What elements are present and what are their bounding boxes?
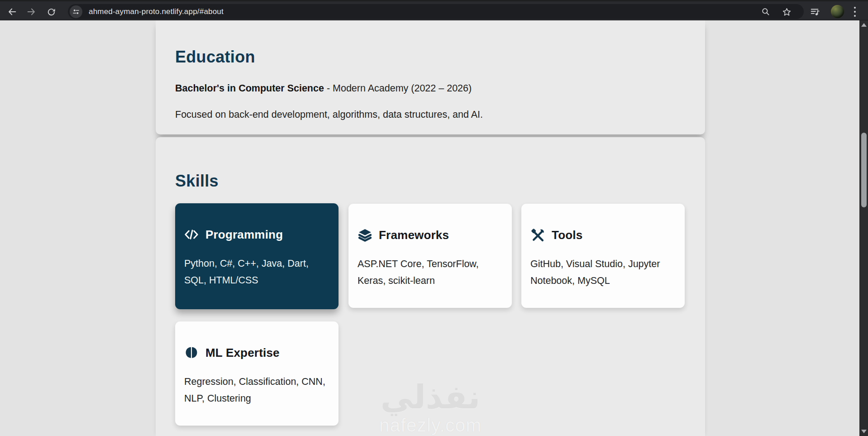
skill-card-title: Programming [205, 228, 283, 242]
zoom-search-icon [761, 7, 770, 16]
media-controls-button[interactable] [808, 5, 822, 19]
brain-icon [184, 345, 199, 360]
site-settings-button[interactable] [70, 5, 82, 18]
scrollbar-thumb[interactable] [861, 133, 867, 207]
education-degree-line: Bachelor's in Computer Science - Modern … [175, 83, 472, 94]
chevron-down-icon [861, 430, 867, 433]
skill-card-items: GitHub, Visual Studio, Jupyter Notebook,… [530, 256, 675, 289]
skill-card-title: Tools [552, 228, 582, 242]
media-controls-icon [810, 7, 820, 17]
address-bar[interactable]: ahmed-ayman-proto.netlify.app/#about [68, 4, 804, 19]
profile-avatar[interactable] [831, 5, 844, 18]
scroll-down-button[interactable] [859, 428, 868, 435]
reload-button[interactable] [44, 5, 58, 19]
code-icon [184, 227, 199, 242]
education-section: Education Bachelor's in Computer Science… [156, 20, 705, 134]
skill-card-ml-expertise[interactable]: ML Expertise Regression, Classification,… [175, 321, 339, 426]
skill-card-items: Python, C#, C++, Java, Dart, SQL, HTML/C… [184, 255, 329, 289]
degree-title: Bachelor's in Computer Science [175, 83, 324, 94]
tools-icon [530, 228, 545, 242]
degree-school: - Modern Academy (2022 – 2026) [324, 83, 472, 94]
skill-card-items: Regression, Classification, CNN, NLP, Cl… [184, 374, 329, 407]
menu-dots-icon [854, 7, 856, 9]
back-arrow-icon [7, 7, 17, 17]
bookmark-star-icon [782, 7, 792, 17]
vertical-scrollbar[interactable] [859, 20, 868, 436]
back-button[interactable] [5, 5, 19, 19]
skill-card-programming[interactable]: Programming Python, C#, C++, Java, Dart,… [175, 203, 339, 309]
reload-icon [47, 7, 56, 17]
browser-toolbar: ahmed-ayman-proto.netlify.app/#about [0, 0, 868, 20]
layers-icon [358, 228, 372, 242]
forward-arrow-icon [26, 7, 36, 17]
skill-card-title: ML Expertise [205, 346, 280, 360]
skill-card-items: ASP.NET Core, TensorFlow, Keras, scikit-… [358, 256, 502, 289]
skill-card-tools[interactable]: Tools GitHub, Visual Studio, Jupyter Not… [521, 204, 685, 308]
forward-button[interactable] [24, 5, 38, 19]
education-description: Focused on back-end development, algorit… [175, 109, 483, 120]
bookmark-button[interactable] [782, 7, 792, 17]
skills-heading: Skills [175, 172, 219, 191]
skill-card-frameworks[interactable]: Frameworks ASP.NET Core, TensorFlow, Ker… [348, 204, 512, 308]
chevron-up-icon [861, 23, 867, 27]
scroll-up-button[interactable] [859, 21, 868, 29]
education-heading: Education [175, 48, 255, 67]
browser-window: ahmed-ayman-proto.netlify.app/#about [0, 0, 868, 436]
zoom-button[interactable] [761, 7, 771, 17]
site-settings-tune-icon [72, 8, 80, 16]
browser-menu-button[interactable] [853, 7, 857, 17]
skill-card-title: Frameworks [379, 228, 449, 242]
url-text[interactable]: ahmed-ayman-proto.netlify.app/#about [89, 4, 224, 19]
